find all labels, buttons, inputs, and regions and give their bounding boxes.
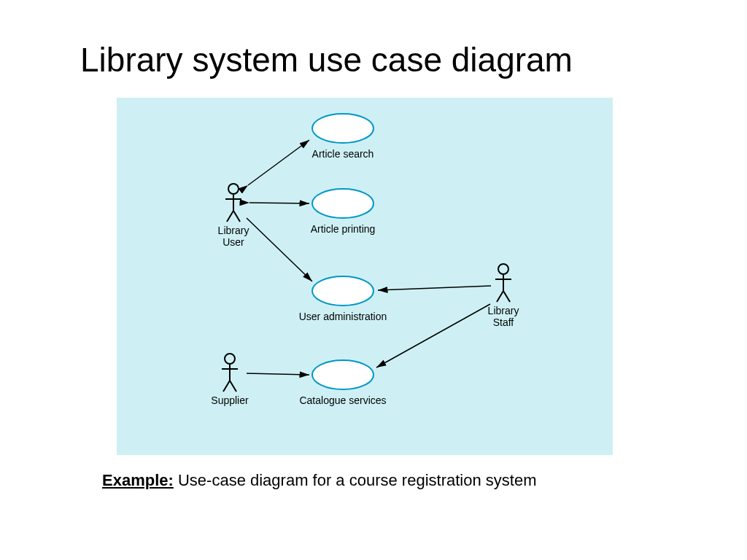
connector-user-admin <box>247 218 312 281</box>
svg-line-8 <box>497 291 503 302</box>
use-case-diagram: Article search Article printing User adm… <box>117 98 613 455</box>
usecase-catalogue-services-label: Catalogue services <box>299 394 386 406</box>
connector-supplier-catalogue <box>247 373 309 375</box>
svg-line-4 <box>233 211 240 222</box>
usecase-user-administration-label: User administration <box>299 311 387 322</box>
actor-library-staff-label-1: Library <box>488 305 519 316</box>
svg-line-9 <box>503 291 510 302</box>
svg-line-13 <box>223 381 230 392</box>
svg-line-3 <box>227 211 233 222</box>
svg-point-5 <box>498 264 508 274</box>
actor-library-user: Library User <box>218 184 249 248</box>
usecase-article-printing-label: Article printing <box>311 223 376 235</box>
actor-library-staff: Library Staff <box>488 264 519 328</box>
actor-supplier-label: Supplier <box>211 394 249 406</box>
usecase-article-search-label: Article search <box>312 148 374 160</box>
caption-text: Use-case diagram for a course registrati… <box>174 471 537 489</box>
usecase-user-administration <box>312 276 374 306</box>
usecase-catalogue-services <box>312 360 374 389</box>
slide: Library system use case diagram Article … <box>0 0 747 560</box>
svg-point-10 <box>225 354 235 364</box>
slide-title: Library system use case diagram <box>80 40 703 79</box>
connector-user-search <box>248 140 309 185</box>
actor-supplier: Supplier <box>211 354 249 406</box>
usecase-article-printing <box>312 189 374 218</box>
actor-library-user-label-1: Library <box>218 225 249 236</box>
actor-library-user-label-2: User <box>222 236 244 248</box>
connector-staff-catalogue <box>376 304 490 368</box>
diagram-svg: Article search Article printing User adm… <box>117 98 613 455</box>
svg-line-14 <box>230 381 236 392</box>
usecase-article-search <box>312 114 374 143</box>
caption-label: Example: <box>102 471 174 489</box>
connector-staff-admin <box>378 286 491 290</box>
svg-point-0 <box>228 184 239 194</box>
connector-user-printing <box>249 203 309 203</box>
caption: Example: Use-case diagram for a course r… <box>102 471 703 490</box>
actor-library-staff-label-2: Staff <box>493 316 514 328</box>
